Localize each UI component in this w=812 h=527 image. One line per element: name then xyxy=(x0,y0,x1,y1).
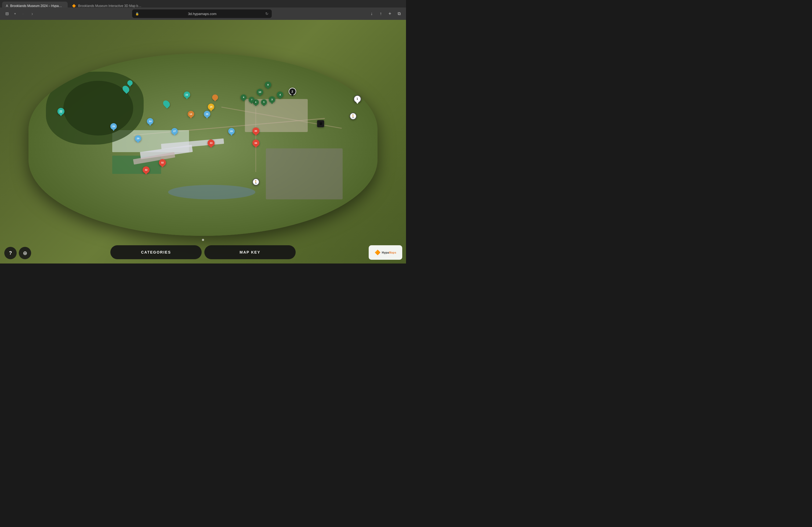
hypamaps-logo-icon: 🔶 xyxy=(375,250,380,255)
map-key-label: MAP KEY xyxy=(240,250,260,254)
bottom-left-controls: ? ⊕ xyxy=(4,247,31,259)
marker-orange-cluster[interactable] xyxy=(212,94,218,100)
categories-label: CATEGORIES xyxy=(141,250,171,254)
marker-32a[interactable]: 32 xyxy=(159,159,166,166)
marker-22-center[interactable]: 22 xyxy=(184,91,190,98)
new-tab-button[interactable]: + xyxy=(386,10,394,17)
sidebar-toggle-button[interactable]: ⊟ xyxy=(3,10,11,17)
compass-icon: ⊕ xyxy=(23,250,27,256)
tab-map-label: Brooklands Museum Interactive 3D Map by … xyxy=(78,4,143,8)
marker-person-1[interactable]: 🚶 xyxy=(350,113,357,120)
marker-2[interactable]: 2 xyxy=(289,88,296,95)
map-key-button[interactable]: MAP KEY xyxy=(204,245,296,259)
marker-building[interactable]: 🖥 xyxy=(317,120,324,127)
share-button[interactable]: ↑ xyxy=(377,10,385,17)
marker-24[interactable]: 24 xyxy=(147,118,153,124)
compass-button[interactable]: ⊕ xyxy=(19,247,31,259)
forward-button[interactable]: › xyxy=(28,10,36,17)
marker-14[interactable]: 14 xyxy=(188,111,194,117)
bottom-center-buttons: CATEGORIES MAP KEY xyxy=(110,245,296,259)
marker-9[interactable]: 9 xyxy=(265,81,271,88)
markers-layer: 22 22 24 25 xyxy=(0,20,406,264)
help-button[interactable]: ? xyxy=(4,247,17,259)
categories-button[interactable]: CATEGORIES xyxy=(110,245,202,259)
tab-favicon-map: 🔶 xyxy=(72,4,76,8)
marker-10[interactable]: 10 xyxy=(257,89,263,95)
browser-window: A Brooklands Museum 2024 – Hypamaps Admi… xyxy=(0,0,406,264)
marker-5[interactable]: 5 xyxy=(261,99,267,105)
marker-teal-small-1[interactable] xyxy=(127,80,133,86)
sidebar-icon: ⊟ xyxy=(5,11,9,16)
marker-33[interactable]: 33 xyxy=(207,139,215,147)
hypamaps-logo-text: HypaMaps xyxy=(382,251,396,254)
marker-22-left[interactable]: 22 xyxy=(57,108,64,115)
back-button[interactable]: ‹ xyxy=(19,10,27,17)
marker-34[interactable]: 34 xyxy=(252,139,259,147)
marker-15[interactable]: 15 xyxy=(208,104,214,110)
marker-7[interactable]: 7 xyxy=(249,97,255,103)
tabs-button[interactable]: ⧉ xyxy=(395,10,403,17)
tab-favicon-admin: A xyxy=(6,4,8,8)
tab-admin-label: Brooklands Museum 2024 – Hypamaps Admin … xyxy=(10,4,64,8)
marker-4[interactable]: 4 xyxy=(277,91,283,98)
help-icon: ? xyxy=(9,250,12,256)
marker-27[interactable]: 27 xyxy=(171,128,178,134)
address-bar[interactable]: 🔒 3d.hypamaps.com ↻ xyxy=(38,10,366,18)
reload-button[interactable]: ↻ xyxy=(265,12,269,16)
marker-8[interactable]: 8 xyxy=(241,94,246,100)
chevron-down-button[interactable]: ▾ xyxy=(12,10,18,17)
marker-person-2[interactable]: 🚶 xyxy=(252,178,259,185)
marker-teal-drop-1[interactable] xyxy=(123,85,129,93)
marker-32b[interactable]: 32 xyxy=(143,166,149,174)
download-button[interactable]: ↓ xyxy=(368,10,375,17)
hypamaps-logo: 🔶 HypaMaps xyxy=(369,245,402,260)
marker-teal-drop-2[interactable] xyxy=(163,100,170,108)
marker-3[interactable]: 3 xyxy=(269,96,275,103)
lock-icon: 🔒 xyxy=(135,12,139,16)
marker-25[interactable]: 25 xyxy=(110,123,117,130)
marker-29[interactable]: 29 xyxy=(135,135,141,142)
marker-26[interactable]: 26 xyxy=(204,111,210,117)
url-text: 3d.hypamaps.com xyxy=(141,12,264,16)
map-container: 22 22 24 25 xyxy=(0,20,406,264)
marker-30[interactable]: 30 xyxy=(252,127,259,134)
marker-28[interactable]: 28 xyxy=(228,128,235,134)
toolbar: ⊟ ▾ ‹ › 🔒 3d.hypamaps.com ↻ ↓ ↑ + ⧉ xyxy=(0,7,406,20)
page-dot xyxy=(202,239,204,241)
marker-1[interactable]: 1 xyxy=(354,95,361,103)
